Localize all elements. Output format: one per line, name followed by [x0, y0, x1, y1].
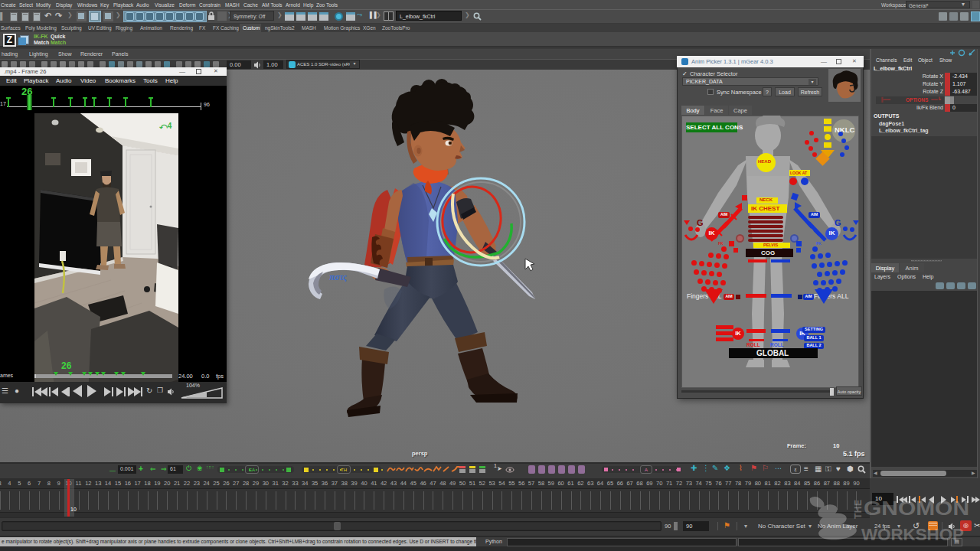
svg-text:πστς: πστς — [329, 273, 348, 282]
svg-text:⤺4: ⤺4 — [159, 122, 172, 130]
